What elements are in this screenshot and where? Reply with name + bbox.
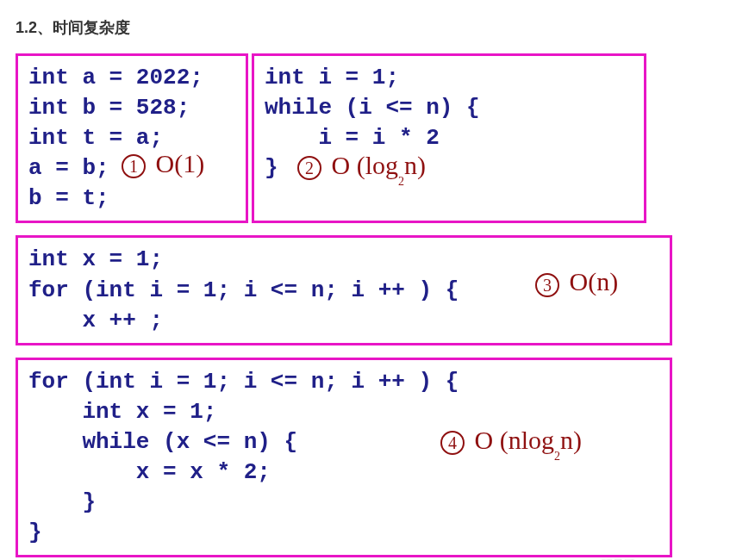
circle-icon: 2 xyxy=(297,156,321,180)
circle-icon: 4 xyxy=(440,431,465,455)
code-box-4: for (int i = 1; i <= n; i ++ ) { int x =… xyxy=(16,358,672,558)
annotation-text-prefix: O (nlog xyxy=(475,426,555,454)
code-line: } xyxy=(28,518,659,548)
annotation-3: 3 O(n) xyxy=(535,269,618,296)
annotation-4: 4 O (nlog2n) xyxy=(440,427,582,457)
code-box-2: int i = 1; while (i <= n) { i = i * 2 } … xyxy=(252,53,646,223)
code-box-3: int x = 1; for (int i = 1; i <= n; i ++ … xyxy=(16,235,672,345)
document-root: 1.2、时间复杂度 int a = 2022; int b = 528; int… xyxy=(16,17,714,557)
code-line: for (int i = 1; i <= n; i ++ ) { xyxy=(28,367,659,397)
annotation-subscript: 2 xyxy=(554,450,560,463)
code-box-1: int a = 2022; int b = 528; int t = a; a … xyxy=(16,53,248,223)
code-line: int i = 1; xyxy=(265,63,633,93)
code-line: i = i * 2 xyxy=(265,123,633,153)
code-line: while (i <= n) { xyxy=(265,93,633,123)
section-heading: 1.2、时间复杂度 xyxy=(16,17,714,38)
row-1: int a = 2022; int b = 528; int t = a; a … xyxy=(16,53,714,223)
code-line: int a = 2022; xyxy=(28,63,235,93)
code-line: x ++ ; xyxy=(28,306,659,336)
code-line: int x = 1; xyxy=(28,397,659,427)
code-line: int b = 528; xyxy=(28,93,235,123)
annotation-text-prefix: O (log xyxy=(332,151,399,179)
annotation-text-suffix: n) xyxy=(404,151,426,179)
code-line: x = x * 2; xyxy=(28,457,659,488)
annotation-subscript: 2 xyxy=(398,175,404,188)
annotation-text-suffix: n) xyxy=(560,426,582,454)
annotation-text: O(1) xyxy=(156,149,205,177)
watermark: CSDN @顶子哥 xyxy=(555,557,635,560)
code-line: } xyxy=(28,488,659,518)
code-line: b = t; xyxy=(28,184,235,214)
circle-icon: 3 xyxy=(535,273,559,297)
annotation-1: 1 O(1) xyxy=(122,151,204,178)
annotation-2: 2 O (log2n) xyxy=(297,152,426,183)
circle-icon: 1 xyxy=(122,154,146,178)
annotation-text: O(n) xyxy=(570,267,619,296)
